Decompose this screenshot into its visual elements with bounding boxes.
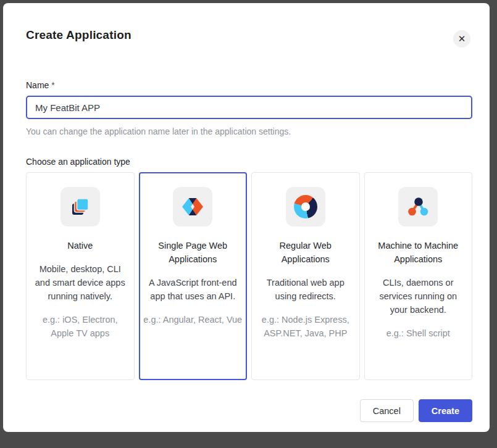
regular-web-donut-icon	[286, 187, 325, 226]
card-title: Native	[38, 239, 123, 252]
application-type-label: Choose an application type	[26, 156, 472, 167]
card-description: A JavaScript front-end app that uses an …	[146, 276, 239, 303]
card-title: Machine to Machine Applications	[375, 239, 461, 266]
card-examples: e.g.: iOS, Electron, Apple TV apps	[31, 313, 130, 340]
application-name-input[interactable]	[26, 96, 472, 119]
application-type-cards: Native Mobile, desktop, CLI and smart de…	[26, 172, 472, 380]
card-examples: e.g.: Angular, React, Vue	[143, 313, 242, 326]
card-examples: e.g.: Node.js Express, ASP.NET, Java, PH…	[256, 313, 355, 340]
create-button[interactable]: Create	[419, 399, 472, 422]
card-description: CLIs, daemons or services running on you…	[372, 276, 464, 317]
close-icon[interactable]: ✕	[453, 30, 470, 48]
app-type-card-spa[interactable]: Single Page Web Applications A JavaScrip…	[139, 172, 248, 380]
machine-to-machine-nodes-icon	[398, 187, 438, 226]
card-title: Regular Web Applications	[263, 239, 348, 266]
app-type-card-m2m[interactable]: Machine to Machine Applications CLIs, da…	[364, 172, 473, 380]
name-field-label: Name *	[26, 80, 472, 91]
create-application-dialog: Create Application ✕ Name * You can chan…	[3, 3, 490, 432]
card-title: Single Page Web Applications	[150, 239, 235, 266]
name-helper-text: You can change the application name late…	[26, 126, 472, 137]
app-type-card-regular-web[interactable]: Regular Web Applications Traditional web…	[251, 172, 360, 380]
cancel-button[interactable]: Cancel	[360, 399, 414, 422]
card-description: Traditional web app using redirects.	[259, 276, 352, 303]
native-stacked-squares-icon	[61, 187, 100, 226]
name-label-text: Name	[26, 80, 49, 90]
dialog-footer: Cancel Create	[26, 399, 472, 422]
required-asterisk: *	[51, 80, 54, 90]
app-type-card-native[interactable]: Native Mobile, desktop, CLI and smart de…	[26, 172, 135, 380]
card-description: Mobile, desktop, CLI and smart device ap…	[34, 262, 127, 303]
card-examples: e.g.: Shell script	[369, 326, 467, 340]
page-title: Create Application	[26, 27, 472, 43]
spa-diamonds-icon	[173, 187, 212, 226]
